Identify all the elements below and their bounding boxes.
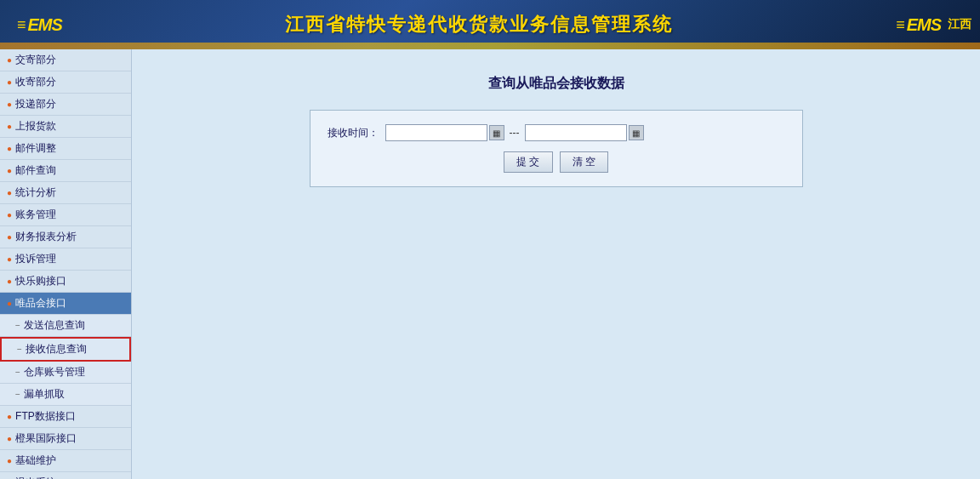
sidebar-item-shangbao[interactable]: ● 上报货款 <box>0 116 131 138</box>
sidebar-label-tousong: 投递部分 <box>15 97 56 111</box>
bullet-pingguo: ● <box>7 434 12 443</box>
ems-arrow-right: ≡ <box>896 16 905 34</box>
sidebar-item-kuaile[interactable]: ● 快乐购接口 <box>0 271 131 293</box>
ems-text-left: EMS <box>28 15 62 35</box>
header-wave <box>0 43 980 49</box>
sidebar-subitem-loudan[interactable]: − 漏单抓取 <box>0 384 131 406</box>
calendar-end-icon[interactable]: ▦ <box>629 125 644 140</box>
form-row-time: 接收时间： ▦ --- ▦ <box>328 124 785 141</box>
bullet-jiaoji: ● <box>7 55 12 65</box>
sidebar-item-youjian-adj[interactable]: ● 邮件调整 <box>0 138 131 160</box>
bullet-youjian-query: ● <box>7 166 12 175</box>
bullet-tongji: ● <box>7 188 12 197</box>
sidebar-label-youjian-query: 邮件查询 <box>15 163 56 178</box>
header-title: 江西省特快专递代收货款业务信息管理系统 <box>62 12 896 37</box>
receive-time-start-input[interactable] <box>385 124 487 141</box>
logo-right: ≡ EMS 江西 <box>896 15 980 35</box>
sidebar-item-caiwu[interactable]: ● 财务报表分析 <box>0 226 131 248</box>
sidebar-item-youjian-query[interactable]: ● 邮件查询 <box>0 160 131 182</box>
sidebar-label-caiwu: 财务报表分析 <box>15 230 77 244</box>
btn-row: 提 交 清 空 <box>328 151 785 173</box>
bullet-caiwu: ● <box>7 232 12 242</box>
sidebar-label-tousu: 投诉管理 <box>15 252 56 266</box>
bullet-zhangwu: ● <box>7 210 12 220</box>
clear-button[interactable]: 清 空 <box>560 151 608 173</box>
bullet-weipin: ● <box>7 299 12 308</box>
sidebar-label-shouzhi: 收寄部分 <box>15 75 56 89</box>
bullet-ftp: ● <box>7 412 12 421</box>
sidebar-label-jichu: 基础维护 <box>15 453 56 468</box>
sidebar-sublabel-loudan: 漏单抓取 <box>24 387 65 402</box>
ems-logo-left: ≡ EMS <box>17 15 62 35</box>
content-area: 查询从唯品会接收数据 接收时间： ▦ --- ▦ 提 交 清 空 <box>132 49 980 479</box>
bullet-youjian-adj: ● <box>7 144 12 153</box>
sidebar-label-ftp: FTP数据接口 <box>15 409 76 424</box>
ems-text-right: EMS <box>907 15 941 35</box>
time-separator: --- <box>510 127 520 139</box>
bullet-kuaile: ● <box>7 277 12 286</box>
sidebar-label-zhangwu: 账务管理 <box>15 208 56 222</box>
form-panel: 接收时间： ▦ --- ▦ 提 交 清 空 <box>310 110 803 187</box>
sidebar-sublabel-cangku: 仓库账号管理 <box>24 365 85 379</box>
sidebar-subitem-fasong[interactable]: − 发送信息查询 <box>0 315 131 337</box>
sidebar-item-shouzhi[interactable]: ● 收寄部分 <box>0 71 131 94</box>
sub-bullet-loudan: − <box>15 390 20 399</box>
sub-bullet-cangku: − <box>15 368 20 377</box>
ems-logo-right: ≡ EMS <box>896 15 941 35</box>
sub-bullet-fasong: − <box>15 321 20 330</box>
sidebar-subitem-cangku[interactable]: − 仓库账号管理 <box>0 362 131 384</box>
receive-time-end-input[interactable] <box>525 124 627 141</box>
header-jiangxi: 江西 <box>941 17 971 32</box>
sidebar-label-youjian-adj: 邮件调整 <box>15 141 56 156</box>
sidebar-item-tousu[interactable]: ● 投诉管理 <box>0 248 131 271</box>
sidebar-label-tuichu: 退出系统 <box>15 476 56 479</box>
sidebar-subitem-jieshou[interactable]: − 接收信息查询 <box>0 337 131 362</box>
bullet-shangbao: ● <box>7 122 12 131</box>
bullet-jichu: ● <box>7 456 12 465</box>
sidebar-item-weipin[interactable]: ● 唯品会接口 <box>0 293 131 315</box>
sidebar-item-zhangwu[interactable]: ● 账务管理 <box>0 204 131 226</box>
sidebar-item-tousong[interactable]: ● 投递部分 <box>0 94 131 116</box>
sidebar: ● 交寄部分 ● 收寄部分 ● 投递部分 ● 上报货款 ● 邮件调整 ● 邮件查… <box>0 49 132 479</box>
sidebar-label-shangbao: 上报货款 <box>15 119 56 134</box>
sidebar-sublabel-fasong: 发送信息查询 <box>24 318 85 333</box>
sidebar-label-weipin: 唯品会接口 <box>15 296 66 311</box>
page-title: 查询从唯品会接收数据 <box>488 75 624 93</box>
sidebar-label-tongji: 统计分析 <box>15 185 56 200</box>
sidebar-label-pingguo: 橙果国际接口 <box>15 431 77 446</box>
bullet-shouzhi: ● <box>7 77 12 87</box>
bullet-tousu: ● <box>7 254 12 264</box>
ems-arrow-left: ≡ <box>17 16 26 34</box>
bullet-tousong: ● <box>7 100 12 109</box>
sidebar-item-jiaoji[interactable]: ● 交寄部分 <box>0 49 131 71</box>
receive-time-label: 接收时间： <box>328 126 379 140</box>
sidebar-item-tuichu[interactable]: ● 退出系统 <box>0 472 131 479</box>
sidebar-label-jiaoji: 交寄部分 <box>15 53 56 67</box>
sidebar-item-ftp[interactable]: ● FTP数据接口 <box>0 406 131 428</box>
sub-bullet-jieshou: − <box>17 345 22 354</box>
main-layout: ● 交寄部分 ● 收寄部分 ● 投递部分 ● 上报货款 ● 邮件调整 ● 邮件查… <box>0 49 980 479</box>
sidebar-item-pingguo[interactable]: ● 橙果国际接口 <box>0 428 131 450</box>
submit-button[interactable]: 提 交 <box>504 151 552 173</box>
calendar-start-icon[interactable]: ▦ <box>489 125 504 140</box>
sidebar-item-tongji[interactable]: ● 统计分析 <box>0 182 131 204</box>
sidebar-item-jichu[interactable]: ● 基础维护 <box>0 450 131 472</box>
sidebar-sublabel-jieshou: 接收信息查询 <box>26 342 87 356</box>
sidebar-label-kuaile: 快乐购接口 <box>15 274 66 288</box>
logo-left: ≡ EMS <box>0 15 62 35</box>
header: ≡ EMS 江西省特快专递代收货款业务信息管理系统 ≡ EMS 江西 <box>0 0 980 49</box>
